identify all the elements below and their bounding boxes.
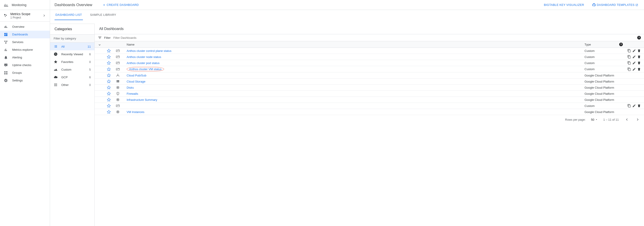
svg-point-3 [5, 16, 6, 17]
create-dashboard-button[interactable]: CREATE DASHBOARD [101, 3, 140, 7]
nav-settings[interactable]: Settings [0, 77, 50, 84]
dashboard-link[interactable]: Anthos cluster VM status [127, 67, 164, 71]
nav-services[interactable]: Services [0, 38, 50, 46]
dashboard-link[interactable]: Cloud Pub/Sub [127, 74, 146, 77]
dashboard-name-cell: VM Instances [127, 110, 584, 114]
category-item-recently-viewed[interactable]: Recently Viewed 6 [50, 50, 94, 58]
prev-page-button[interactable] [624, 117, 630, 122]
table-row: VM Instances Google Cloud Platform [95, 109, 644, 115]
nav-alerting[interactable]: Alerting [0, 54, 50, 61]
nav-dashboards[interactable]: Dashboards [0, 31, 50, 38]
category-item-gcp[interactable]: GCP 6 [50, 73, 94, 81]
metrics-scope-selector[interactable]: Metrics Scope 1 Project [0, 10, 50, 22]
type-column-header[interactable]: Type ? [584, 43, 623, 46]
monitoring-icon [4, 3, 8, 8]
sort-column[interactable] [98, 43, 107, 46]
copy-icon[interactable] [627, 49, 631, 53]
category-count: 5 [89, 68, 91, 71]
delete-icon[interactable] [637, 49, 641, 53]
delete-icon[interactable] [637, 67, 641, 71]
delete-icon[interactable] [637, 104, 641, 108]
tab-sample-library[interactable]: SAMPLE LIBRARY [89, 10, 117, 20]
favorite-toggle[interactable] [107, 110, 116, 114]
next-page-button[interactable] [635, 117, 640, 122]
category-item-all[interactable]: All 11 [50, 43, 94, 50]
favorite-toggle[interactable] [107, 79, 116, 83]
category-item-other[interactable]: Other 0 [50, 81, 94, 89]
bigtable-label: BIGTABLE KEY VISUALIZER [544, 3, 584, 7]
category-item-custom[interactable]: Custom 5 [50, 66, 94, 73]
copy-icon[interactable] [627, 104, 631, 108]
delete-icon[interactable] [637, 55, 641, 59]
dashboard-type-icon [116, 86, 127, 90]
edit-icon[interactable] [632, 55, 636, 59]
dropdown-icon [595, 118, 598, 121]
edit-icon[interactable] [632, 49, 636, 53]
categories-filter-label: Filter by category [50, 35, 94, 43]
edit-icon[interactable] [632, 104, 636, 108]
dashboard-link[interactable]: Anthos cluster control plane status [127, 49, 172, 53]
favorite-toggle[interactable] [107, 104, 116, 108]
svg-point-2 [6, 15, 7, 16]
favorite-toggle[interactable] [107, 55, 116, 59]
filter-input[interactable] [113, 36, 635, 40]
nav-metrics-explorer[interactable]: Metrics explorer [0, 46, 50, 54]
favorite-toggle[interactable] [107, 61, 116, 65]
help-icon[interactable]: ? [619, 43, 623, 46]
favorite-toggle[interactable] [107, 98, 116, 102]
dashboard-type-icon [116, 49, 127, 53]
delete-icon[interactable] [637, 61, 641, 65]
table-row: Anthos cluster control plane status Cust… [95, 48, 644, 54]
gear-icon [4, 79, 8, 83]
copy-icon[interactable] [627, 55, 631, 59]
dashboard-type-icon [116, 92, 127, 96]
svg-point-27 [117, 81, 118, 81]
copy-icon[interactable] [627, 67, 631, 71]
dashboard-type-icon [116, 98, 127, 102]
tab-dashboard-list[interactable]: DASHBOARD LIST [54, 10, 83, 20]
category-count: 11 [88, 45, 91, 48]
nav-overview[interactable]: Overview [0, 23, 50, 31]
category-count: 6 [89, 53, 91, 56]
favorite-toggle[interactable] [107, 92, 116, 96]
filter-icon [98, 36, 102, 40]
favorite-toggle[interactable] [107, 67, 116, 71]
favorite-toggle[interactable] [107, 86, 116, 90]
edit-icon[interactable] [632, 61, 636, 65]
page-size-select[interactable]: 50 [591, 118, 598, 121]
dashboard-link[interactable]: Firewalls [127, 92, 138, 95]
svg-point-10 [56, 83, 57, 84]
favorite-toggle[interactable] [107, 49, 116, 53]
tabs: DASHBOARD LIST SAMPLE LIBRARY [50, 10, 644, 20]
dashboard-type-cell: Custom [584, 61, 623, 65]
dashboard-name-cell: Anthos cluster pod status [127, 61, 584, 65]
copy-icon[interactable] [627, 61, 631, 65]
dashboard-link[interactable]: Disks [127, 86, 134, 89]
dashboard-link[interactable]: Cloud Storage [127, 80, 145, 83]
nav-groups[interactable]: Groups [0, 69, 50, 77]
edit-icon[interactable] [632, 67, 636, 71]
row-actions [623, 61, 641, 65]
dashboard-link[interactable]: Infrastructure Summary [127, 98, 157, 102]
uptime-icon [4, 63, 8, 67]
dashboard-link[interactable]: Anthos cluster pod status [127, 61, 160, 65]
category-label: Custom [61, 68, 72, 71]
svg-point-1 [4, 14, 6, 16]
dashboard-link[interactable]: Anthos cluster node status [127, 55, 161, 59]
bigtable-visualizer-link[interactable]: BIGTABLE KEY VISUALIZER [542, 3, 586, 7]
dashboard-name-cell: Anthos cluster VM status [127, 67, 584, 71]
favorite-toggle[interactable] [107, 73, 116, 77]
nav-label: Overview [12, 25, 24, 29]
dashboard-templates-link[interactable]: DASHBOARD TEMPLATES [591, 3, 640, 7]
page-range: 1 – 11 of 11 [603, 118, 619, 121]
dashboard-link[interactable]: VM Instances [127, 110, 144, 114]
name-column-header[interactable]: Name [127, 43, 584, 46]
nav-uptime[interactable]: Uptime checks [0, 61, 50, 69]
templates-label: DASHBOARD TEMPLATES [597, 3, 634, 7]
create-label: CREATE DASHBOARD [106, 3, 139, 7]
help-icon[interactable]: ? [637, 36, 641, 40]
category-item-favorites[interactable]: Favorites 0 [50, 58, 94, 66]
svg-point-12 [56, 85, 56, 85]
table-row: Disks Google Cloud Platform [95, 85, 644, 91]
sidebar: Monitoring Metrics Scope 1 Project Overv… [0, 0, 50, 226]
